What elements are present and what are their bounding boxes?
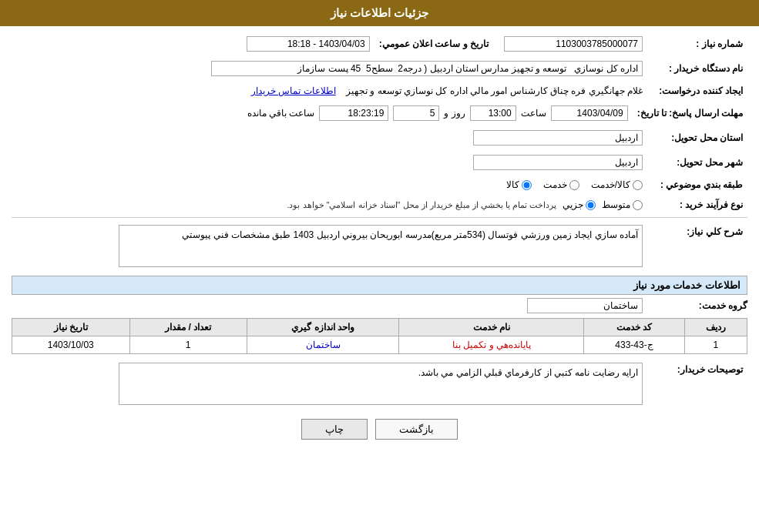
mohlat-label: مهلت ارسال پاسخ: تا تاريخ: — [633, 103, 747, 123]
cell-name: پايانده‌هي و تکميل بنا — [399, 336, 584, 354]
col-code: كد خدمت — [584, 319, 684, 336]
radio-motevaset-label: متوسط — [602, 199, 630, 210]
print-button[interactable]: چاپ — [301, 419, 368, 440]
tosif-label: توصيحات خريدار: — [647, 360, 747, 407]
name-dastgah-label: نام دستگاه خريدار : — [647, 59, 747, 79]
col-vahed: واحد اندازه گيري — [247, 319, 399, 336]
grohe-khadamat-input[interactable] — [527, 298, 643, 313]
tarikh-input[interactable] — [247, 36, 370, 52]
cell-radif: 1 — [684, 336, 747, 354]
khadamat-section-header: اطلاعات خدمات مورد نياز — [12, 276, 747, 295]
tabaqe-label: طبقه بندي موضوعي : — [647, 177, 747, 192]
cell-tedad: 1 — [129, 336, 247, 354]
table-row: 1 ج-43-433 پايانده‌هي و تکميل بنا ساختما… — [12, 336, 747, 354]
sharh-value: آماده سازي ايجاد زمين ورزشي فوتسال (534م… — [119, 225, 643, 267]
tosif-textarea[interactable]: ارايه رضايت نامه کتبي از کارفرماي قبلي ا… — [119, 363, 643, 405]
time-input[interactable] — [470, 105, 516, 121]
col-radif: رديف — [684, 319, 747, 336]
col-tedad: تعداد / مقدار — [129, 319, 247, 336]
radio-jazyi[interactable] — [586, 200, 596, 210]
ijad-value: غلام جهانگيري فره چناق کارشناس امور مالي… — [346, 85, 643, 96]
radio-khadamat-label: خدمت — [543, 179, 567, 190]
ijad-label: ايجاد كننده درخواست: — [647, 83, 747, 99]
shahr-label: شهر محل تحويل: — [647, 152, 747, 172]
cell-tarikh: 1403/10/03 — [12, 336, 130, 354]
cell-vahed: ساختمان — [247, 336, 399, 354]
ostan-label: استان محل تحويل: — [647, 128, 747, 148]
time-label: ساعت — [521, 108, 546, 119]
contact-link[interactable]: اطلاعات تماس خريدار — [251, 85, 336, 96]
ostan-input[interactable] — [473, 130, 643, 146]
remaining-input[interactable] — [319, 105, 388, 121]
service-table: رديف كد خدمت نام خدمت واحد اندازه گيري ت… — [12, 318, 747, 354]
back-button[interactable]: بازگشت — [375, 419, 458, 440]
radio-kala-khadamat[interactable] — [633, 180, 643, 190]
cell-code: ج-43-433 — [584, 336, 684, 354]
farayand-note: پرداخت تمام يا بخشي از مبلغ خريدار از مح… — [287, 200, 556, 210]
remaining-label: ساعت باقي مانده — [247, 108, 315, 119]
shomara-niaz-input[interactable] — [504, 36, 643, 52]
name-dastgah-input[interactable] — [211, 61, 643, 76]
days-label: روز و — [444, 108, 465, 119]
radio-khadamat[interactable] — [569, 180, 579, 190]
noe-farayand-label: نوع فرآيند خريد : — [647, 197, 747, 212]
grohe-khadamat-label: گروه خدمت: — [647, 300, 747, 311]
page-title: جزئيات اطلاعات نياز — [0, 0, 759, 26]
days-input[interactable] — [393, 105, 439, 121]
radio-jazyi-label: جزيي — [563, 199, 583, 210]
col-tarikh: تاريخ نياز — [12, 319, 130, 336]
radio-kala-khadamat-label: کالا/خدمت — [591, 179, 630, 190]
shahr-input[interactable] — [473, 155, 643, 170]
radio-motevaset[interactable] — [633, 200, 643, 210]
date-input[interactable] — [551, 105, 628, 121]
bottom-buttons: بازگشت چاپ — [12, 419, 747, 440]
radio-kala-label: کالا — [506, 179, 519, 190]
radio-kala[interactable] — [522, 180, 532, 190]
col-name: نام خدمت — [399, 319, 584, 336]
shomara-niaz-label: شماره نياز : — [647, 34, 747, 54]
sharh-label: شرح کلي نياز: — [647, 223, 747, 269]
tarikh-label: تاريخ و ساعت اعلان عمومي: — [374, 34, 493, 54]
